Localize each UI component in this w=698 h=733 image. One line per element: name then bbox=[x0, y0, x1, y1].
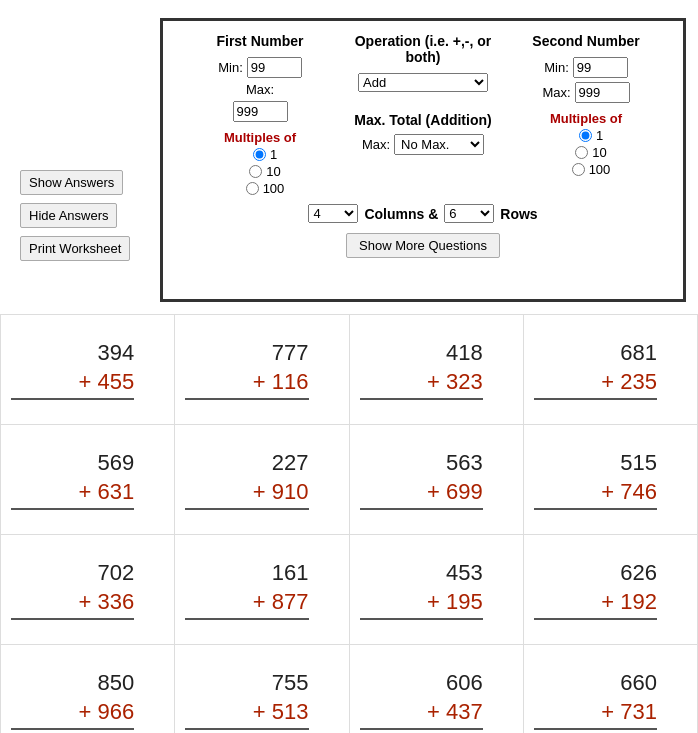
first-min-input[interactable] bbox=[247, 57, 302, 78]
math-top-number: 606 bbox=[446, 669, 483, 698]
math-top-number: 227 bbox=[272, 449, 309, 478]
math-problem: 227+ 910 bbox=[175, 425, 349, 535]
columns-label: Columns & bbox=[364, 206, 438, 222]
first-max-label: Max: bbox=[246, 82, 274, 97]
rows-select[interactable]: 6 4 8 10 bbox=[444, 204, 494, 223]
show-answers-button[interactable]: Show Answers bbox=[20, 170, 123, 195]
math-problem: 681+ 235 bbox=[524, 315, 698, 425]
hide-answers-button[interactable]: Hide Answers bbox=[20, 203, 117, 228]
math-top-number: 681 bbox=[620, 339, 657, 368]
math-top-number: 515 bbox=[620, 449, 657, 478]
first-multiples-group: 1 10 100 bbox=[199, 147, 331, 196]
math-bottom-number: + 323 bbox=[360, 368, 483, 401]
sidebar: Show Answers Hide Answers Print Workshee… bbox=[0, 10, 160, 310]
math-problem: 850+ 966 bbox=[1, 645, 175, 733]
second-max-label: Max: bbox=[542, 85, 570, 100]
math-bottom-number: + 192 bbox=[534, 588, 657, 621]
math-top-number: 394 bbox=[98, 339, 135, 368]
second-multiple-100-radio[interactable] bbox=[572, 163, 585, 176]
second-number-section: Second Number Min: Max: Multiples of 1 bbox=[505, 33, 667, 196]
math-top-number: 161 bbox=[272, 559, 309, 588]
math-top-number: 702 bbox=[98, 559, 135, 588]
config-panel: First Number Min: Max: Multiples of bbox=[160, 18, 686, 302]
second-multiple-100-label: 100 bbox=[589, 162, 611, 177]
operation-section: Operation (i.e. +,-, or both) Add Subtra… bbox=[341, 33, 505, 196]
math-problem: 660+ 731 bbox=[524, 645, 698, 733]
second-min-label: Min: bbox=[544, 60, 569, 75]
math-bottom-number: + 195 bbox=[360, 588, 483, 621]
first-multiple-10-radio[interactable] bbox=[249, 165, 262, 178]
math-bottom-number: + 513 bbox=[185, 698, 308, 731]
math-problem: 418+ 323 bbox=[350, 315, 524, 425]
math-bottom-number: + 966 bbox=[11, 698, 134, 731]
math-problem: 161+ 877 bbox=[175, 535, 349, 645]
math-problem: 702+ 336 bbox=[1, 535, 175, 645]
second-multiple-1-label: 1 bbox=[596, 128, 603, 143]
max-total-label: Max: bbox=[362, 137, 390, 152]
math-bottom-number: + 455 bbox=[11, 368, 134, 401]
math-problem: 569+ 631 bbox=[1, 425, 175, 535]
math-top-number: 626 bbox=[620, 559, 657, 588]
second-number-heading: Second Number bbox=[515, 33, 657, 49]
math-bottom-number: + 631 bbox=[11, 478, 134, 511]
math-problem: 563+ 699 bbox=[350, 425, 524, 535]
first-multiple-1-radio[interactable] bbox=[253, 148, 266, 161]
math-bottom-number: + 336 bbox=[11, 588, 134, 621]
second-multiple-1-radio[interactable] bbox=[579, 129, 592, 142]
operation-heading: Operation (i.e. +,-, or both) bbox=[352, 33, 494, 65]
math-bottom-number: + 235 bbox=[534, 368, 657, 401]
math-problem: 755+ 513 bbox=[175, 645, 349, 733]
first-number-heading: First Number bbox=[189, 33, 331, 49]
math-top-number: 777 bbox=[272, 339, 309, 368]
second-max-input[interactable] bbox=[575, 82, 630, 103]
math-bottom-number: + 731 bbox=[534, 698, 657, 731]
math-bottom-number: + 877 bbox=[185, 588, 308, 621]
math-problem: 777+ 116 bbox=[175, 315, 349, 425]
math-problem: 515+ 746 bbox=[524, 425, 698, 535]
second-multiple-10-label: 10 bbox=[592, 145, 606, 160]
second-multiples-group: 1 10 100 bbox=[525, 128, 657, 177]
second-multiples-label: Multiples of bbox=[515, 111, 657, 126]
math-problem: 626+ 192 bbox=[524, 535, 698, 645]
second-min-input[interactable] bbox=[573, 57, 628, 78]
math-bottom-number: + 437 bbox=[360, 698, 483, 731]
max-total-select[interactable]: No Max. 100 500 1000 2000 bbox=[394, 134, 484, 155]
first-multiple-100-radio[interactable] bbox=[246, 182, 259, 195]
math-bottom-number: + 116 bbox=[185, 368, 308, 401]
first-multiples-label: Multiples of bbox=[189, 130, 331, 145]
first-multiple-100-label: 100 bbox=[263, 181, 285, 196]
first-max-input[interactable] bbox=[233, 101, 288, 122]
math-top-number: 453 bbox=[446, 559, 483, 588]
math-problem: 606+ 437 bbox=[350, 645, 524, 733]
math-bottom-number: + 910 bbox=[185, 478, 308, 511]
math-top-number: 755 bbox=[272, 669, 309, 698]
math-top-number: 563 bbox=[446, 449, 483, 478]
math-problem: 394+ 455 bbox=[1, 315, 175, 425]
columns-select[interactable]: 4 2 3 5 bbox=[308, 204, 358, 223]
worksheet-grid: 394+ 455777+ 116418+ 323681+ 235569+ 631… bbox=[0, 314, 698, 733]
math-bottom-number: + 746 bbox=[534, 478, 657, 511]
show-more-button[interactable]: Show More Questions bbox=[346, 233, 500, 258]
first-number-section: First Number Min: Max: Multiples of bbox=[179, 33, 341, 196]
math-top-number: 569 bbox=[98, 449, 135, 478]
first-multiple-1-label: 1 bbox=[270, 147, 277, 162]
math-top-number: 850 bbox=[98, 669, 135, 698]
first-multiple-10-label: 10 bbox=[266, 164, 280, 179]
math-top-number: 418 bbox=[446, 339, 483, 368]
first-min-label: Min: bbox=[218, 60, 243, 75]
print-worksheet-button[interactable]: Print Worksheet bbox=[20, 236, 130, 261]
max-total-heading: Max. Total (Addition) bbox=[352, 112, 494, 128]
math-problem: 453+ 195 bbox=[350, 535, 524, 645]
columns-rows-section: 4 2 3 5 Columns & 6 4 8 10 Rows bbox=[179, 204, 667, 223]
math-top-number: 660 bbox=[620, 669, 657, 698]
math-bottom-number: + 699 bbox=[360, 478, 483, 511]
second-multiple-10-radio[interactable] bbox=[575, 146, 588, 159]
rows-label: Rows bbox=[500, 206, 537, 222]
operation-select[interactable]: Add Subtract Both bbox=[358, 73, 488, 92]
